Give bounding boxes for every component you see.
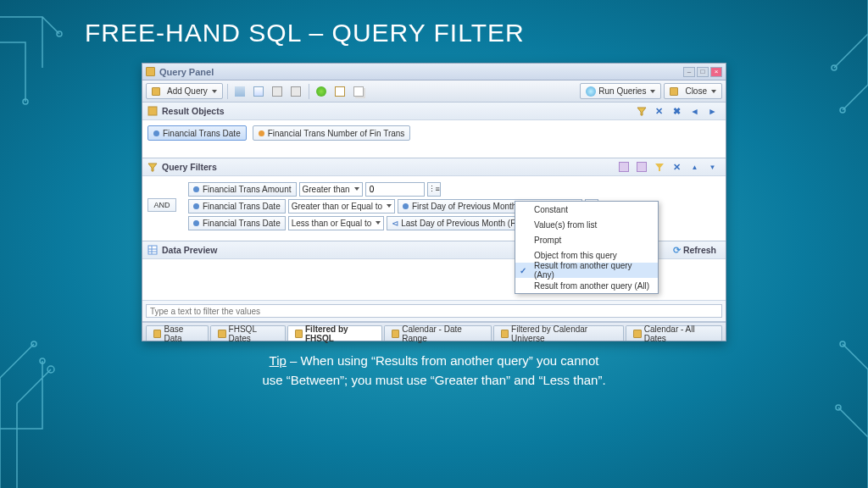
titlebar[interactable]: Query Panel – □ × <box>142 64 726 80</box>
query-filters-section: Query Filters ✕ ▲ ▼ AND Financial Trans … <box>142 158 726 241</box>
view-icon-4[interactable] <box>288 83 304 99</box>
run-queries-button[interactable]: Run Queries <box>580 83 661 99</box>
and-connector[interactable]: AND <box>147 198 176 212</box>
query-tabs: Base Data FHSQL Dates Filtered by FHSQL … <box>142 322 726 341</box>
copy-icon[interactable] <box>351 83 367 99</box>
result-icon <box>147 106 158 116</box>
preview-filter-input[interactable] <box>146 304 722 318</box>
query-filters-label: Query Filters <box>162 162 217 172</box>
svg-point-2 <box>31 341 36 347</box>
minimize-button[interactable]: – <box>683 67 695 77</box>
globe-icon[interactable] <box>314 83 330 99</box>
qf-icon-2[interactable] <box>633 159 649 175</box>
tab-base-data[interactable]: Base Data <box>146 325 209 341</box>
svg-point-8 <box>836 405 841 410</box>
operator-dropdown[interactable]: Greater than or Equal to <box>288 199 395 214</box>
funnel-icon <box>147 162 158 172</box>
svg-point-6 <box>832 65 837 70</box>
data-preview-label: Data Preview <box>162 245 217 255</box>
menu-item-result-any[interactable]: Result from another query (Any) <box>515 263 658 278</box>
operator-dropdown[interactable]: Greater than <box>299 182 363 197</box>
qf-funnel-icon[interactable] <box>651 159 667 175</box>
filter-icon[interactable] <box>633 103 649 119</box>
view-icon-1[interactable] <box>232 83 248 99</box>
operand-type-menu: Constant Value(s) from list Prompt Objec… <box>515 201 659 294</box>
view-icon-3[interactable] <box>270 83 286 99</box>
qf-down-icon[interactable]: ▼ <box>704 159 721 175</box>
tip-text: Tip – When using “Results from another q… <box>0 352 868 390</box>
tab-calendar-all[interactable]: Calendar - All Dates <box>626 325 722 341</box>
maximize-button[interactable]: □ <box>697 67 709 77</box>
filter-row: Financial Trans Amount Greater than ⋮≡ <box>188 181 722 197</box>
filter-field[interactable]: Financial Trans Date <box>188 216 286 230</box>
query-panel-window: Query Panel – □ × Add Query Run Queries … <box>142 63 726 341</box>
view-icon-2[interactable] <box>251 83 267 99</box>
filter-value-input[interactable] <box>365 182 425 197</box>
svg-point-7 <box>840 341 845 347</box>
app-icon <box>146 67 155 76</box>
menu-item-values-list[interactable]: Value(s) from list <box>515 217 658 232</box>
close-panel-button[interactable]: Close <box>664 83 722 99</box>
next-icon[interactable]: ► <box>704 103 721 119</box>
tab-filtered-calendar[interactable]: Filtered by Calendar Universe <box>493 325 625 341</box>
tab-fhsql-dates[interactable]: FHSQL Dates <box>210 325 285 341</box>
svg-rect-10 <box>148 246 157 254</box>
wrench-icon[interactable]: ✖ <box>669 103 685 119</box>
operator-dropdown[interactable]: Less than or Equal to <box>288 216 385 230</box>
qf-x-icon[interactable]: ✕ <box>669 159 685 175</box>
svg-point-5 <box>840 108 845 113</box>
grid-icon <box>147 245 158 255</box>
menu-item-constant[interactable]: Constant <box>515 202 658 217</box>
slide-title: FREE-HAND SQL – QUERY FILTER <box>0 0 868 47</box>
svg-rect-9 <box>148 107 157 115</box>
qf-icon-1[interactable] <box>615 159 632 175</box>
prev-icon[interactable]: ◄ <box>687 103 703 119</box>
add-query-button[interactable]: Add Query <box>146 83 223 99</box>
main-toolbar: Add Query Run Queries Close <box>142 80 726 103</box>
filter-field[interactable]: Financial Trans Date <box>188 199 286 214</box>
qf-up-icon[interactable]: ▲ <box>687 159 703 175</box>
menu-item-result-all[interactable]: Result from another query (All) <box>515 278 658 293</box>
result-objects-label: Result Objects <box>162 106 225 116</box>
menu-item-prompt[interactable]: Prompt <box>515 232 658 247</box>
tab-filtered-fhsql[interactable]: Filtered by FHSQL <box>287 325 382 341</box>
close-button[interactable]: × <box>710 67 722 77</box>
result-object-chip[interactable]: Financial Trans Number of Fin Trans <box>253 125 411 141</box>
operand-menu-button[interactable]: ⋮≡ <box>427 182 441 197</box>
result-object-chip[interactable]: Financial Trans Date <box>147 125 247 141</box>
window-title: Query Panel <box>159 67 682 77</box>
doc-icon[interactable] <box>332 83 348 99</box>
filter-field[interactable]: Financial Trans Amount <box>188 182 297 197</box>
delete-x-icon[interactable]: ✕ <box>651 103 667 119</box>
result-objects-section: Result Objects ✕ ✖ ◄ ► Financial Trans D… <box>142 103 726 158</box>
tab-calendar-range[interactable]: Calendar - Date Range <box>384 325 492 341</box>
refresh-button[interactable]: ⟳Refresh <box>669 242 721 258</box>
svg-point-1 <box>23 99 28 104</box>
